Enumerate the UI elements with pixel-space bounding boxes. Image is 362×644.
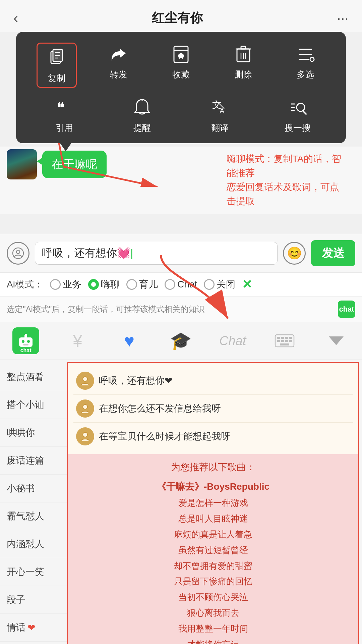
reply-item-0[interactable]: 呼吸，还有想你❤	[73, 367, 353, 395]
svg-point-29	[16, 250, 20, 254]
top-nav-bar: ‹ 红尘有你 ···	[0, 0, 362, 32]
forward-menu-item[interactable]: 转发	[99, 43, 139, 88]
right-panel: 呼吸，还有想你❤ 在想你怎么还不发信息给我呀	[67, 362, 359, 644]
svg-point-47	[83, 405, 87, 409]
song-section-header: 为您推荐以下歌曲：	[73, 461, 353, 474]
sidebar-item-6[interactable]: 内涵怼人	[0, 530, 67, 558]
mode-chat-label: Chat	[177, 279, 197, 290]
radio-child[interactable]	[126, 279, 137, 290]
mode-business-label: 业务	[63, 278, 81, 291]
quote-menu-item[interactable]: ❝ 引用	[44, 96, 84, 134]
svg-point-48	[83, 432, 87, 437]
song-item-10: 才能将你忘记	[73, 637, 353, 644]
svg-rect-40	[289, 337, 292, 339]
collect-label: 收藏	[172, 69, 190, 80]
sidebar-item-4[interactable]: 小秘书	[0, 475, 67, 502]
translate-label: 翻译	[211, 122, 229, 134]
radio-haichat[interactable]	[88, 279, 99, 290]
ai-mode-close[interactable]: ✕	[242, 277, 252, 291]
song-item-2: 总是叫人目眩神迷	[73, 511, 353, 527]
yen-icon: ¥	[73, 331, 82, 351]
sidebar-item-9[interactable]: 情话 ❤	[0, 614, 67, 642]
mode-off[interactable]: 关闭	[204, 278, 235, 291]
svg-rect-37	[277, 337, 280, 339]
mode-business[interactable]: 业务	[50, 278, 81, 291]
voice-button[interactable]	[7, 242, 29, 265]
sidebar-item-8[interactable]: 段子	[0, 586, 67, 614]
svg-rect-39	[285, 337, 288, 339]
delete-menu-item[interactable]: 删除	[223, 43, 263, 88]
mode-haichat-label: 嗨聊	[101, 278, 120, 291]
svg-rect-44	[289, 340, 292, 342]
song-section: 为您推荐以下歌曲： 《干嘛去》-BoysRepublic 爱是怎样一种游戏 总是…	[68, 454, 358, 644]
sidebar-item-0[interactable]: 整点酒肴	[0, 363, 67, 391]
collect-menu-item[interactable]: 收藏	[161, 43, 201, 88]
song-item-5: 却不曾拥有爱的甜蜜	[73, 558, 353, 574]
remind-label: 提醒	[133, 122, 151, 134]
radio-chat[interactable]	[165, 279, 175, 290]
sidebar-item-3[interactable]: 废话连篇	[0, 447, 67, 475]
avatar	[7, 149, 37, 179]
radio-off[interactable]	[204, 279, 215, 290]
song-item-6: 只是留下惨痛的回忆	[73, 574, 353, 589]
emoji-button[interactable]: 😊	[283, 242, 306, 265]
translate-menu-item[interactable]: 文 A 翻译	[200, 96, 240, 134]
reply-text-2: 在等宝贝什么时候才能想起我呀	[99, 430, 230, 443]
svg-point-31	[22, 340, 24, 343]
chat-robot-icon[interactable]: chat	[338, 301, 355, 318]
reply-suggestions: 呼吸，还有想你❤ 在想你怎么还不发信息给我呀	[68, 363, 358, 454]
mode-haichat[interactable]: 嗨聊	[88, 278, 120, 291]
forward-label: 转发	[110, 69, 127, 80]
sidebar: 整点酒肴 搭个小讪 哄哄你 废话连篇 小秘书 霸气怼人 内涵怼人 开心一笑 段子…	[0, 360, 67, 644]
sidebar-item-7[interactable]: 开心一笑	[0, 558, 67, 586]
reply-text-1: 在想你怎么还不发信息给我呀	[99, 402, 221, 415]
keyboard-icon	[275, 334, 295, 347]
reply-item-2[interactable]: 在等宝贝什么时候才能想起我呀	[73, 423, 353, 450]
svg-rect-45	[280, 343, 289, 345]
reply-avatar-0	[76, 372, 94, 390]
song-item-7: 当初不顾伤心哭泣	[73, 589, 353, 605]
context-menu-row-1: 复制 转发 收藏	[25, 43, 337, 88]
forward-icon	[107, 43, 130, 66]
toolbar-chat-text[interactable]: Chat	[207, 334, 258, 348]
toolbar: chat ¥ ♥ 🎓 Chat	[0, 322, 362, 360]
mode-child[interactable]: 育儿	[126, 278, 158, 291]
context-menu: 复制 转发 收藏	[16, 32, 346, 143]
back-button[interactable]: ‹	[13, 10, 18, 26]
svg-rect-42	[281, 340, 284, 342]
toolbar-robot[interactable]: chat	[0, 327, 52, 354]
chat-message: 在干嘛呢	[42, 151, 107, 178]
reply-item-1[interactable]: 在想你怎么还不发信息给我呀	[73, 395, 353, 423]
toolbar-grad[interactable]: 🎓	[155, 331, 207, 351]
mode-chat[interactable]: Chat	[165, 279, 197, 290]
multiselect-icon	[294, 43, 317, 66]
multiselect-menu-item[interactable]: 多选	[285, 43, 325, 88]
more-button[interactable]: ···	[337, 10, 349, 26]
sidebar-item-5[interactable]: 霸气怼人	[0, 502, 67, 530]
quote-label: 引用	[56, 122, 73, 134]
svg-rect-38	[281, 337, 284, 339]
search-icon	[286, 96, 309, 119]
radio-business[interactable]	[50, 279, 61, 290]
toolbar-arrow-down[interactable]	[310, 336, 362, 345]
annotation-text: 嗨聊模式：复制TA的话，智能推荐 恋爱回复话术及歌词，可点击提取	[221, 149, 355, 211]
send-button[interactable]: 发送	[311, 240, 355, 266]
svg-rect-41	[277, 340, 280, 342]
song-item-0[interactable]: 《干嘛去》-BoysRepublic	[73, 478, 353, 495]
svg-point-32	[27, 340, 30, 343]
toolbar-keyboard[interactable]	[258, 334, 310, 347]
message-input[interactable]: 呼吸，还有想你💓	[35, 242, 278, 265]
quote-icon: ❝	[53, 96, 76, 119]
toolbar-heart[interactable]: ♥	[104, 331, 155, 351]
input-area: 呼吸，还有想你💓 😊 发送	[0, 234, 362, 272]
copy-label: 复制	[48, 72, 65, 84]
toolbar-yen[interactable]: ¥	[52, 331, 103, 351]
sidebar-item-2[interactable]: 哄哄你	[0, 419, 67, 447]
sidebar-item-1[interactable]: 搭个小讪	[0, 391, 67, 419]
mode-off-label: 关闭	[217, 278, 235, 291]
remind-menu-item[interactable]: 提醒	[122, 96, 162, 134]
copy-menu-item[interactable]: 复制	[37, 43, 77, 88]
search-menu-item[interactable]: 搜一搜	[278, 96, 318, 134]
svg-rect-9	[241, 46, 246, 49]
svg-point-16	[310, 57, 314, 61]
